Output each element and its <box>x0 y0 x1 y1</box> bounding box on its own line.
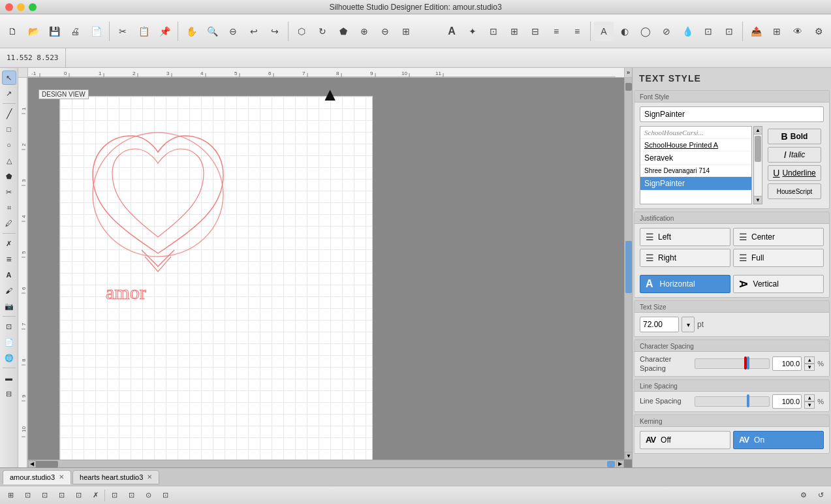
grid-button[interactable]: ⊞ <box>396 22 416 41</box>
scroll-left-btn[interactable]: ◀ <box>28 460 36 468</box>
italic-button[interactable]: I Italic <box>768 147 821 163</box>
scrollbar-vertical[interactable]: ▼ <box>624 78 632 460</box>
font-item-2[interactable]: Seravek <box>640 151 751 165</box>
horizontal-orient-btn[interactable]: A Horizontal <box>640 275 730 293</box>
housescript-button[interactable]: HouseScript <box>768 183 821 199</box>
bt-btn-2[interactable]: ⊡ <box>37 488 52 503</box>
view2-btn[interactable]: 📄 <box>2 335 16 349</box>
color1-btn[interactable]: ▬ <box>2 371 16 385</box>
ellipse-tool[interactable]: ○ <box>2 138 16 152</box>
bt-btn-0[interactable]: ⊞ <box>3 488 18 503</box>
rotate-button[interactable]: ↻ <box>313 22 332 41</box>
text-tool[interactable]: A <box>2 268 16 282</box>
redo-button[interactable]: ↪ <box>265 22 285 41</box>
minimize-button[interactable] <box>17 3 25 11</box>
justify-full-btn[interactable]: ☰ Full <box>733 249 824 267</box>
justify-left-btn[interactable]: ☰ Left <box>640 228 730 246</box>
bt-btn-3[interactable]: ⊡ <box>54 488 69 503</box>
magic-button[interactable]: ✦ <box>463 22 482 41</box>
rect-tool[interactable]: □ <box>2 122 16 136</box>
bold-button[interactable]: B Bold <box>768 129 821 144</box>
bt-btn-4[interactable]: ⊡ <box>71 488 86 503</box>
curve-tool[interactable]: ⌗ <box>2 200 16 215</box>
ungroup-button[interactable]: ⊖ <box>375 22 395 41</box>
line-slider-thumb[interactable] <box>747 394 749 407</box>
line-spacing-slider[interactable] <box>695 396 770 407</box>
justify-right-btn[interactable]: ☰ Right <box>640 249 730 267</box>
erase-tool[interactable]: ✗ <box>2 236 16 251</box>
pathfinder-button[interactable]: ⊟ <box>525 22 545 41</box>
new-button[interactable]: 🗋 <box>3 22 22 41</box>
stamp-tool[interactable]: 📷 <box>2 299 16 313</box>
font-scroll-up[interactable]: ▲ <box>754 127 762 134</box>
bt-btn-9[interactable]: ⊡ <box>157 488 173 503</box>
view1-btn[interactable]: ⊡ <box>2 319 16 334</box>
bt-btn-6[interactable]: ⊡ <box>106 488 122 503</box>
star-tool[interactable]: ⬟ <box>2 169 16 183</box>
kerning-off-btn[interactable]: AV Off <box>640 431 730 449</box>
panel2-button[interactable]: ⊡ <box>719 22 739 41</box>
pen-tool[interactable]: 🖊 <box>2 216 16 230</box>
font-list[interactable]: SchoolHouseCursi... SchoolHouse Printed … <box>640 126 752 204</box>
select-tool[interactable]: ↖ <box>2 71 16 85</box>
stroke-button[interactable]: ◯ <box>636 22 655 41</box>
zoom-in-button[interactable]: 🔍 <box>202 22 222 41</box>
replicate-button[interactable]: ⊡ <box>484 22 503 41</box>
view3-btn[interactable]: 🌐 <box>2 351 16 365</box>
settings-gear-btn[interactable]: ⚙ <box>796 488 811 503</box>
hand-button[interactable]: ✋ <box>181 22 201 41</box>
gradient-button[interactable]: ⊘ <box>657 22 676 41</box>
view-button[interactable]: 👁 <box>788 22 807 41</box>
slider-thumb[interactable] <box>747 356 749 370</box>
char-spacing-slider[interactable] <box>695 358 770 369</box>
paint-button[interactable]: A <box>594 22 614 41</box>
bt-btn-5[interactable]: ✗ <box>87 488 103 503</box>
cut-tool[interactable]: ✂ <box>2 185 16 199</box>
font-item-0[interactable]: SchoolHouseCursi... <box>640 127 751 139</box>
scroll-thumb-v[interactable] <box>625 83 632 91</box>
maximize-button[interactable] <box>29 3 37 11</box>
kerning-on-btn[interactable]: AV On <box>733 431 824 449</box>
vertical-orient-btn[interactable]: A Vertical <box>733 275 824 293</box>
print2-button[interactable]: 📄 <box>86 22 106 41</box>
align2-button[interactable]: ≡ <box>567 22 587 41</box>
paint-tool[interactable]: 🖌 <box>2 283 16 298</box>
print-button[interactable]: 🖨 <box>65 22 85 41</box>
tab-1[interactable]: hearts heart.studio3 ✕ <box>72 470 159 484</box>
polygon-tool[interactable]: △ <box>2 153 16 168</box>
font-scroll-thumb[interactable] <box>755 136 761 162</box>
tab-0[interactable]: amour.studio3 ✕ <box>3 470 71 484</box>
cut-button[interactable]: ✂ <box>113 22 133 41</box>
justify-center-btn[interactable]: ☰ Center <box>733 228 824 246</box>
node-tool[interactable]: ↗ <box>2 86 16 101</box>
export-button[interactable]: 📤 <box>746 22 766 41</box>
paste-button[interactable]: 📌 <box>155 22 174 41</box>
align-button[interactable]: ≡ <box>546 22 566 41</box>
refresh-btn[interactable]: ↺ <box>813 488 828 503</box>
scroll-indicator-h[interactable] <box>607 461 615 467</box>
scroll-right-btn[interactable]: ▶ <box>616 460 624 468</box>
close-button[interactable] <box>5 3 13 11</box>
font-item-4[interactable]: SignPainter <box>640 177 751 191</box>
fill-button[interactable]: ◐ <box>615 22 635 41</box>
tab-1-close[interactable]: ✕ <box>147 473 152 480</box>
tab-0-close[interactable]: ✕ <box>59 473 64 480</box>
settings-button[interactable]: ⚙ <box>809 22 828 41</box>
bt-btn-8[interactable]: ⊙ <box>140 488 156 503</box>
font-item-1[interactable]: SchoolHouse Printed A <box>640 139 751 151</box>
move-button[interactable]: ⬡ <box>292 22 311 41</box>
font-item-3[interactable]: Shree Devanagari 714 <box>640 165 751 177</box>
text-size-input[interactable] <box>640 317 679 332</box>
group-button[interactable]: ⊕ <box>354 22 374 41</box>
font-list-scrollbar[interactable]: ▲ ▼ <box>753 126 762 204</box>
zoom-out-button[interactable]: ⊖ <box>223 22 243 41</box>
scroll-indicator-v[interactable] <box>625 241 632 293</box>
scrollbar-horizontal[interactable]: ▶ ◀ <box>28 460 624 467</box>
save-button[interactable]: 💾 <box>44 22 64 41</box>
line-tool[interactable]: ╱ <box>2 106 16 121</box>
font-scroll-down[interactable]: ▼ <box>754 196 762 204</box>
char-spacing-up[interactable]: ▲ <box>804 356 815 364</box>
eyedrop-button[interactable]: 💧 <box>678 22 697 41</box>
undo-button[interactable]: ↩ <box>244 22 264 41</box>
flip-button[interactable]: ⬟ <box>334 22 353 41</box>
